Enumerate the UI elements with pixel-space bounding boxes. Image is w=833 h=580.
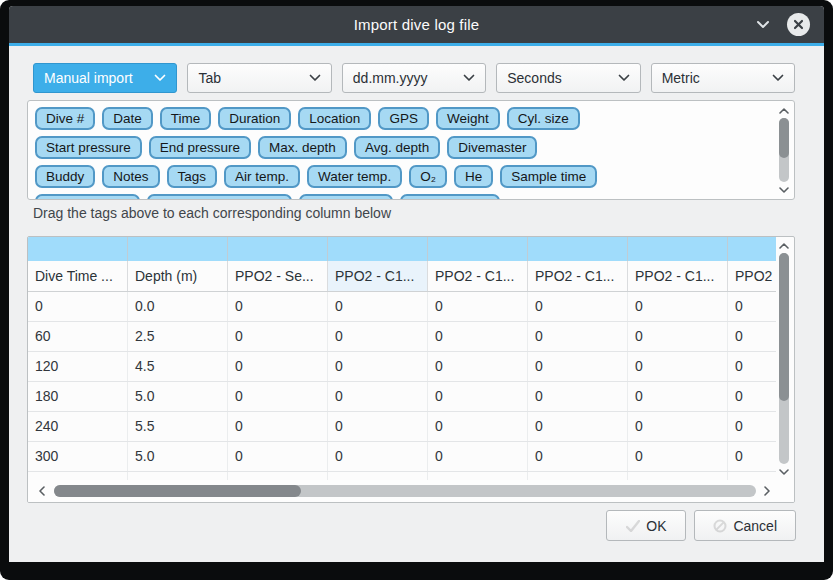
draggable-tag[interactable]: Buddy bbox=[35, 165, 95, 188]
table-cell: 0 bbox=[728, 442, 776, 471]
draggable-tag[interactable]: Notes bbox=[102, 165, 159, 188]
table-cell: 0 bbox=[528, 412, 628, 441]
drop-target-cell[interactable] bbox=[128, 237, 228, 261]
drop-target-cell[interactable] bbox=[728, 237, 776, 261]
table-cell: 0 bbox=[528, 442, 628, 471]
table-cell: 0 bbox=[728, 382, 776, 411]
draggable-tag[interactable]: Sample CNS bbox=[400, 194, 500, 199]
tags-vertical-scrollbar[interactable] bbox=[776, 101, 792, 199]
table-cell: 0 bbox=[228, 352, 328, 381]
tag-row: BuddyNotesTagsAir temp.Water temp.O₂HeSa… bbox=[35, 165, 772, 188]
dropdown-units[interactable]: Metric bbox=[651, 63, 795, 93]
draggable-tag[interactable]: Air temp. bbox=[224, 165, 300, 188]
table-cell: 0 bbox=[428, 442, 528, 471]
table-row: 2405.5000000 bbox=[28, 412, 776, 442]
drop-target-cell[interactable] bbox=[528, 237, 628, 261]
table-cell: 5.0 bbox=[128, 442, 228, 471]
table-cell: 0 bbox=[428, 412, 528, 441]
ok-button[interactable]: OK bbox=[606, 510, 686, 541]
table-cell: 0 bbox=[328, 442, 428, 471]
scroll-down-icon[interactable] bbox=[777, 466, 791, 476]
draggable-tag[interactable]: GPS bbox=[378, 107, 429, 130]
table-cell: 0 bbox=[328, 352, 428, 381]
scroll-up-icon[interactable] bbox=[777, 241, 791, 251]
table-cell: 120 bbox=[28, 352, 128, 381]
column-drop-row bbox=[28, 237, 776, 261]
column-header: PPO2 - C1... bbox=[328, 261, 428, 291]
table-cell: 0.0 bbox=[128, 292, 228, 321]
scrollbar-thumb[interactable] bbox=[779, 253, 789, 401]
chevron-down-icon bbox=[463, 74, 475, 82]
table-cell: 0 bbox=[328, 412, 428, 441]
close-button[interactable] bbox=[787, 13, 810, 36]
titlebar[interactable]: Import dive log file bbox=[9, 6, 824, 43]
tag-row: Dive #DateTimeDurationLocationGPSWeightC… bbox=[35, 107, 772, 130]
tags-list: Dive #DateTimeDurationLocationGPSWeightC… bbox=[28, 101, 772, 199]
drop-target-cell[interactable] bbox=[428, 237, 528, 261]
dropdown-date-format[interactable]: dd.mm.yyyy bbox=[342, 63, 486, 93]
column-header: PPO2 - C1... bbox=[528, 261, 628, 291]
table-cell bbox=[28, 472, 128, 480]
scroll-left-icon[interactable] bbox=[36, 485, 48, 497]
draggable-tag[interactable]: Start pressure bbox=[35, 136, 142, 159]
scroll-right-icon[interactable] bbox=[760, 485, 772, 497]
table-cell: 0 bbox=[528, 322, 628, 351]
table-cell: 0 bbox=[328, 322, 428, 351]
draggable-tag[interactable]: Avg. depth bbox=[354, 136, 440, 159]
table-cell: 0 bbox=[428, 382, 528, 411]
draggable-tag[interactable]: O₂ bbox=[409, 165, 447, 188]
cancel-icon bbox=[713, 519, 727, 533]
dialog-buttons: OK Cancel bbox=[606, 510, 796, 541]
drop-target-cell[interactable] bbox=[228, 237, 328, 261]
cancel-button[interactable]: Cancel bbox=[694, 510, 796, 541]
chevron-down-icon bbox=[772, 74, 784, 82]
draggable-tag[interactable]: Max. depth bbox=[258, 136, 347, 159]
table-cell: 0 bbox=[228, 442, 328, 471]
drop-target-cell[interactable] bbox=[628, 237, 728, 261]
table-cell bbox=[728, 472, 776, 480]
csv-preview-table: Dive Time ...Depth (m)PPO2 - Se...PPO2 -… bbox=[27, 236, 795, 503]
scrollbar-thumb[interactable] bbox=[54, 485, 301, 497]
table-cell: 0 bbox=[228, 292, 328, 321]
table-cell: 0 bbox=[228, 412, 328, 441]
draggable-tag[interactable]: Divemaster bbox=[447, 136, 537, 159]
draggable-tag[interactable]: Location bbox=[298, 107, 371, 130]
draggable-tag[interactable]: End pressure bbox=[149, 136, 251, 159]
draggable-tag[interactable]: Dive # bbox=[35, 107, 95, 130]
draggable-tag[interactable]: Sample pO₂ bbox=[299, 194, 394, 199]
table-header-row: Dive Time ...Depth (m)PPO2 - Se...PPO2 -… bbox=[28, 261, 776, 292]
draggable-tag[interactable]: Time bbox=[160, 107, 212, 130]
draggable-tag[interactable]: Tags bbox=[167, 165, 218, 188]
scroll-up-icon[interactable] bbox=[777, 106, 791, 116]
drop-target-cell[interactable] bbox=[28, 237, 128, 261]
table-cell: 0 bbox=[328, 382, 428, 411]
screen: Import dive log file Manual importTabdd.… bbox=[0, 0, 833, 580]
column-header: PPO2 - C1... bbox=[428, 261, 528, 291]
drop-target-cell[interactable] bbox=[328, 237, 428, 261]
dropdown-value: dd.mm.yyyy bbox=[353, 70, 463, 86]
draggable-tag[interactable]: He bbox=[454, 165, 493, 188]
table-vertical-scrollbar[interactable] bbox=[776, 237, 794, 480]
draggable-tag[interactable]: Date bbox=[102, 107, 153, 130]
draggable-tag[interactable]: Sample temperature bbox=[147, 194, 291, 199]
draggable-tag[interactable]: Sample time bbox=[500, 165, 597, 188]
table-cell: 0 bbox=[428, 322, 528, 351]
column-header: PPO2 - Se... bbox=[228, 261, 328, 291]
table-cell: 0 bbox=[28, 292, 128, 321]
scroll-down-icon[interactable] bbox=[777, 184, 791, 194]
table-cell: 4.5 bbox=[128, 352, 228, 381]
draggable-tag[interactable]: Water temp. bbox=[307, 165, 402, 188]
dropdown-field-separator[interactable]: Tab bbox=[187, 63, 331, 93]
table-cell: 5.0 bbox=[128, 382, 228, 411]
draggable-tag[interactable]: Cyl. size bbox=[507, 107, 580, 130]
draggable-tag[interactable]: Duration bbox=[218, 107, 291, 130]
draggable-tag[interactable]: Weight bbox=[436, 107, 500, 130]
import-dive-log-dialog: Import dive log file Manual importTabdd.… bbox=[9, 6, 824, 562]
dropdown-duration-format[interactable]: Seconds bbox=[496, 63, 640, 93]
draggable-tag[interactable]: Sample depth bbox=[35, 194, 140, 199]
window-title: Import dive log file bbox=[354, 16, 480, 33]
scrollbar-thumb[interactable] bbox=[779, 118, 789, 158]
dropdown-import-mode[interactable]: Manual import bbox=[33, 63, 177, 93]
titlebar-chevron-down-icon[interactable] bbox=[755, 17, 771, 31]
table-horizontal-scrollbar[interactable] bbox=[28, 480, 794, 502]
